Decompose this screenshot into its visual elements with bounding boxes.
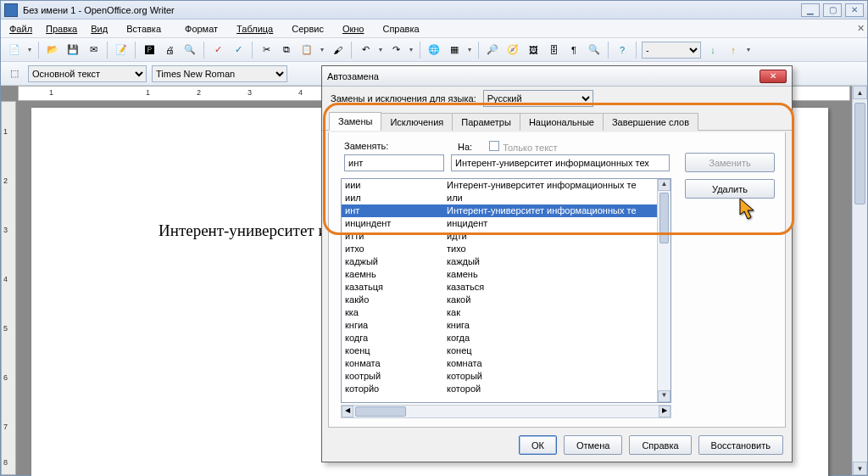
scroll-up-button[interactable]: ▲ (853, 86, 867, 99)
nonprint-icon[interactable]: ¶ (565, 42, 582, 59)
menu-service[interactable]: Сервис (281, 22, 334, 36)
scroll-down-button[interactable]: ▼ (658, 390, 670, 402)
dropdown-icon[interactable]: ▾ (466, 46, 473, 53)
list-row[interactable]: какйокакой (342, 294, 670, 306)
mail-icon[interactable]: ✉ (85, 42, 102, 59)
menu-help[interactable]: Справка (372, 22, 429, 36)
list-row[interactable]: инциндентинцидент (342, 217, 670, 230)
dropdown-icon[interactable]: ▾ (377, 46, 384, 53)
list-row[interactable]: итхотихо (342, 243, 670, 255)
dropdown-icon[interactable]: ▾ (26, 46, 33, 53)
dialog-title: Автозамена (327, 71, 379, 81)
nav-prev-icon[interactable]: ↓ (704, 42, 721, 59)
open-icon[interactable]: 📂 (44, 42, 61, 59)
paragraph-style-combo[interactable]: Основной текст (28, 65, 147, 82)
scroll-down-button[interactable]: ▼ (853, 462, 867, 475)
list-row[interactable]: иттиидти (342, 230, 670, 243)
hyperlink-icon[interactable]: 🌐 (426, 42, 442, 59)
document-text[interactable]: Интерент-университет и (159, 221, 327, 240)
zoom-icon[interactable]: 🔍 (586, 42, 603, 59)
menu-window[interactable]: Окно (337, 22, 370, 36)
ok-button[interactable]: ОК (519, 435, 557, 455)
paste-icon[interactable]: 📋 (298, 42, 315, 59)
list-row[interactable]: каджыйкаждый (342, 255, 670, 268)
window-minimize-button[interactable]: ▁ (801, 3, 820, 17)
tab-localized[interactable]: Национальные (520, 113, 604, 131)
scroll-thumb[interactable] (355, 406, 406, 417)
window-maximize-button[interactable]: ▢ (823, 3, 842, 17)
menu-insert[interactable]: Вставка (116, 22, 171, 36)
zoom-combo[interactable]: - (642, 42, 701, 59)
language-combo[interactable]: Русский (483, 90, 593, 107)
help-icon[interactable]: ? (614, 42, 631, 59)
redo-icon[interactable]: ↷ (387, 42, 404, 59)
navigator-icon[interactable]: 🧭 (504, 42, 521, 59)
list-row[interactable]: казатьцяказаться (342, 281, 670, 294)
nav-next-icon[interactable]: ↑ (725, 42, 742, 59)
datasource-icon[interactable]: 🗄 (545, 42, 562, 59)
vertical-scrollbar[interactable]: ▲ ▼ (852, 86, 867, 475)
dropdown-icon[interactable]: ▾ (408, 46, 415, 53)
font-name-combo[interactable]: Times New Roman (152, 65, 287, 82)
tab-options[interactable]: Параметры (452, 113, 520, 131)
spellcheck-icon[interactable]: ✓ (209, 42, 226, 59)
list-row[interactable]: конматакомната (342, 357, 670, 370)
dialog-titlebar[interactable]: Автозамена ✕ (322, 66, 792, 87)
document-close-button[interactable]: ✕ (852, 21, 864, 36)
list-row[interactable]: кнгиакнига (342, 319, 670, 332)
tab-exceptions[interactable]: Исключения (381, 113, 453, 131)
with-input[interactable] (451, 154, 670, 171)
table-icon[interactable]: ▦ (446, 42, 463, 59)
find-icon[interactable]: 🔎 (484, 42, 501, 59)
list-horizontal-scrollbar[interactable]: ◀ ▶ (341, 405, 671, 418)
cut-icon[interactable]: ✂ (258, 42, 275, 59)
list-row[interactable]: иииИнтерент-университет информационных т… (342, 179, 670, 192)
list-row[interactable]: которйокоторой (342, 383, 670, 395)
menu-file[interactable]: Файл (4, 22, 37, 36)
list-row[interactable]: иилили (342, 192, 670, 204)
dropdown-icon[interactable]: ▾ (319, 46, 326, 53)
copy-icon[interactable]: ⧉ (278, 42, 295, 59)
help-button[interactable]: Справка (629, 435, 691, 455)
list-row[interactable]: каемнькамень (342, 268, 670, 281)
list-row[interactable]: интИнтерент-университет информационных т… (342, 204, 670, 217)
save-icon[interactable]: 💾 (64, 42, 81, 59)
list-row[interactable]: коенцконец (342, 344, 670, 357)
vertical-ruler[interactable]: 1 2 3 4 5 6 7 8 (1, 101, 16, 475)
reset-button[interactable]: Восстановить (698, 435, 783, 455)
menu-table[interactable]: Таблица (231, 22, 278, 36)
replacement-list[interactable]: иииИнтерент-университет информационных т… (341, 178, 671, 403)
edit-doc-icon[interactable]: 📝 (113, 42, 130, 59)
tab-replace[interactable]: Замены (329, 112, 381, 131)
delete-button[interactable]: Удалить (685, 179, 775, 199)
scroll-right-button[interactable]: ▶ (659, 406, 670, 417)
list-row[interactable]: кодгакогда (342, 332, 670, 344)
toolbar-overflow-icon[interactable]: ▾ (745, 46, 752, 53)
scroll-thumb[interactable] (659, 193, 669, 244)
gallery-icon[interactable]: 🖼 (525, 42, 542, 59)
dialog-close-button[interactable]: ✕ (760, 70, 787, 83)
new-doc-icon[interactable]: 📄 (6, 42, 23, 59)
scroll-left-button[interactable]: ◀ (342, 406, 353, 417)
tab-wordcompletion[interactable]: Завершение слов (603, 113, 698, 131)
window-close-button[interactable]: ✕ (845, 3, 864, 17)
styles-icon[interactable]: ⬚ (6, 65, 23, 82)
list-vertical-scrollbar[interactable]: ▲ ▼ (657, 179, 670, 402)
format-paint-icon[interactable]: 🖌 (329, 42, 346, 59)
preview-icon[interactable]: 🔍 (181, 42, 198, 59)
menu-view[interactable]: Вид (86, 22, 113, 36)
menu-format[interactable]: Формат (175, 22, 228, 36)
cancel-button[interactable]: Отмена (564, 435, 622, 455)
list-row[interactable]: коотрыйкоторый (342, 370, 670, 383)
menubar: Файл Правка Вид Вставка Формат Таблица С… (1, 20, 867, 38)
autospell-icon[interactable]: ✓ (230, 42, 247, 59)
replace-input[interactable] (344, 154, 444, 171)
list-row[interactable]: ккакак (342, 306, 670, 319)
replace-button[interactable]: Заменить (685, 153, 775, 172)
export-pdf-icon[interactable]: 🅿 (141, 42, 158, 59)
menu-edit[interactable]: Правка (41, 22, 82, 36)
undo-icon[interactable]: ↶ (357, 42, 374, 59)
scroll-up-button[interactable]: ▲ (658, 179, 670, 191)
print-icon[interactable]: 🖨 (161, 42, 178, 59)
scroll-thumb[interactable] (854, 103, 865, 204)
